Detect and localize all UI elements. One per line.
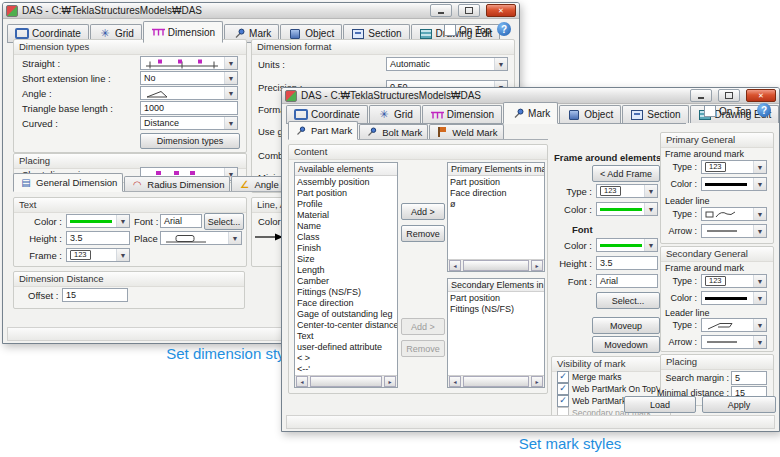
- list-item[interactable]: Fittings (NS/FS): [297, 287, 395, 298]
- minimize-button[interactable]: [430, 4, 452, 17]
- frame-color-select[interactable]: ▼: [596, 202, 658, 216]
- list-item[interactable]: Class: [297, 232, 395, 243]
- units-select[interactable]: Automatic▼: [386, 57, 508, 71]
- text-height-input[interactable]: 3.5: [66, 231, 130, 245]
- remove-primary-button[interactable]: Remove: [401, 225, 445, 242]
- add-primary-button[interactable]: Add >: [401, 203, 445, 220]
- leader-arrow-select[interactable]: ▼: [701, 224, 767, 238]
- mark-frame-color-select[interactable]: ▼: [701, 291, 767, 305]
- list-item[interactable]: Part position: [450, 177, 542, 188]
- h-scrollbar[interactable]: ◂▸: [295, 375, 397, 387]
- tab-dimension[interactable]: Dimension: [143, 21, 223, 43]
- text-place-select[interactable]: ▼: [160, 231, 242, 245]
- dimension-types-button[interactable]: Dimension types: [140, 133, 240, 149]
- on-top-box[interactable]: [704, 105, 716, 117]
- merge-marks-checkbox[interactable]: Merge marks: [557, 371, 622, 383]
- mark-frame-type-select[interactable]: 123▼: [701, 160, 767, 174]
- leader-type-select[interactable]: ▼: [701, 318, 767, 332]
- list-item[interactable]: Camber: [297, 276, 395, 287]
- list-item[interactable]: Gage of outstanding leg: [297, 309, 395, 320]
- maximize-button[interactable]: [718, 89, 740, 102]
- maximize-button[interactable]: [458, 4, 480, 17]
- title-bar[interactable]: DAS - C:₩TeklaStructuresModels₩DAS ✕: [3, 3, 519, 19]
- scroll-left-icon[interactable]: ◂: [296, 376, 308, 387]
- list-item[interactable]: Length: [297, 265, 395, 276]
- on-top-checkbox[interactable]: On Top: [704, 105, 751, 117]
- font-height-input[interactable]: 3.5: [596, 256, 658, 270]
- list-item[interactable]: Profile: [297, 199, 395, 210]
- load-button[interactable]: Load: [624, 396, 696, 413]
- list-item[interactable]: Material: [297, 210, 395, 221]
- font-name-input[interactable]: Arial: [596, 274, 658, 288]
- list-item[interactable]: Fittings (NS/FS): [450, 304, 542, 315]
- on-top-box[interactable]: [444, 24, 456, 36]
- tab-dimension[interactable]: Dimension: [422, 105, 502, 123]
- close-button[interactable]: ✕: [486, 4, 516, 17]
- mark-frame-type-select[interactable]: 123▼: [701, 274, 767, 288]
- list-item[interactable]: Finish: [297, 243, 395, 254]
- h-scrollbar[interactable]: ◂▸: [448, 259, 544, 271]
- short-extension-select[interactable]: No▼: [140, 71, 238, 85]
- secondary-elements-list[interactable]: Secondary Elements in mark Part position…: [447, 278, 545, 388]
- subtab-general-dimension[interactable]: ▤General Dimension: [13, 173, 123, 192]
- angle-style-select[interactable]: ▼: [140, 86, 238, 100]
- list-item[interactable]: user-defined attribute: [297, 342, 395, 353]
- add-secondary-button[interactable]: Add >: [401, 318, 445, 335]
- font-select-button[interactable]: Select...: [596, 292, 660, 309]
- scroll-left-icon[interactable]: ◂: [449, 260, 461, 271]
- offset-input[interactable]: 15: [62, 288, 128, 302]
- triangle-base-length-input[interactable]: 1000: [140, 101, 238, 115]
- scroll-right-icon[interactable]: ▸: [384, 376, 396, 387]
- checkbox[interactable]: [557, 371, 569, 383]
- scroll-right-icon[interactable]: ▸: [531, 376, 543, 387]
- frame-type-select[interactable]: 123▼: [596, 184, 658, 198]
- subtab-part-mark[interactable]: Part Mark: [288, 121, 358, 140]
- subtab-radius-dimension[interactable]: ◠Radius Dimension: [124, 176, 230, 191]
- scroll-right-icon[interactable]: ▸: [531, 260, 543, 271]
- straight-style-select[interactable]: ▼: [140, 56, 238, 70]
- tab-grid[interactable]: ✳Grid: [369, 105, 421, 123]
- mark-frame-color-select[interactable]: ▼: [701, 177, 767, 191]
- tab-section[interactable]: Section: [622, 105, 688, 123]
- scroll-thumb[interactable]: [463, 260, 529, 271]
- movedown-button[interactable]: Movedown: [592, 336, 660, 353]
- primary-elements-list[interactable]: Primary Elements in mark Part positionFa…: [447, 162, 545, 272]
- add-frame-button[interactable]: < Add Frame: [592, 165, 660, 182]
- tab-mark[interactable]: Mark: [503, 102, 558, 124]
- help-icon[interactable]: ?: [757, 103, 771, 117]
- checkbox[interactable]: [557, 395, 569, 407]
- list-item[interactable]: ø: [450, 199, 542, 210]
- text-frame-select[interactable]: 123▼: [66, 248, 130, 262]
- moveup-button[interactable]: Moveup: [592, 317, 660, 334]
- subtab-bolt-mark[interactable]: Bolt Mark: [359, 124, 428, 139]
- subtab-weld-mark[interactable]: Weld Mark: [429, 124, 503, 139]
- remove-secondary-button[interactable]: Remove: [401, 340, 445, 357]
- curved-select[interactable]: Distance▼: [140, 116, 238, 130]
- text-font-input[interactable]: Arial: [160, 214, 202, 228]
- text-color-select[interactable]: ▼: [66, 214, 130, 228]
- list-item[interactable]: Face direction: [450, 188, 542, 199]
- tab-object[interactable]: Object: [559, 105, 621, 123]
- on-top-checkbox[interactable]: On Top: [444, 24, 491, 36]
- leader-arrow-select[interactable]: ▼: [701, 335, 767, 349]
- scroll-left-icon[interactable]: ◂: [449, 376, 461, 387]
- list-item[interactable]: Part position: [450, 293, 542, 304]
- scroll-thumb[interactable]: [310, 376, 382, 387]
- font-color-select[interactable]: ▼: [596, 238, 658, 252]
- help-icon[interactable]: ?: [497, 22, 511, 36]
- checkbox[interactable]: [557, 383, 569, 395]
- list-item[interactable]: Text: [297, 331, 395, 342]
- list-item[interactable]: Face direction: [297, 298, 395, 309]
- search-margin-input[interactable]: 5: [731, 371, 767, 385]
- list-item[interactable]: <--': [297, 364, 395, 375]
- leader-type-select[interactable]: ▼: [701, 207, 767, 221]
- list-item[interactable]: Assembly position: [297, 177, 395, 188]
- list-item[interactable]: Name: [297, 221, 395, 232]
- apply-button[interactable]: Apply: [702, 396, 776, 413]
- list-item[interactable]: Center-to-center distance: [297, 320, 395, 331]
- list-item[interactable]: Part position: [297, 188, 395, 199]
- h-scrollbar[interactable]: ◂▸: [448, 375, 544, 387]
- minimize-button[interactable]: [690, 89, 712, 102]
- scroll-thumb[interactable]: [463, 376, 529, 387]
- available-elements-list[interactable]: Available elements Assembly positionPart…: [294, 162, 398, 388]
